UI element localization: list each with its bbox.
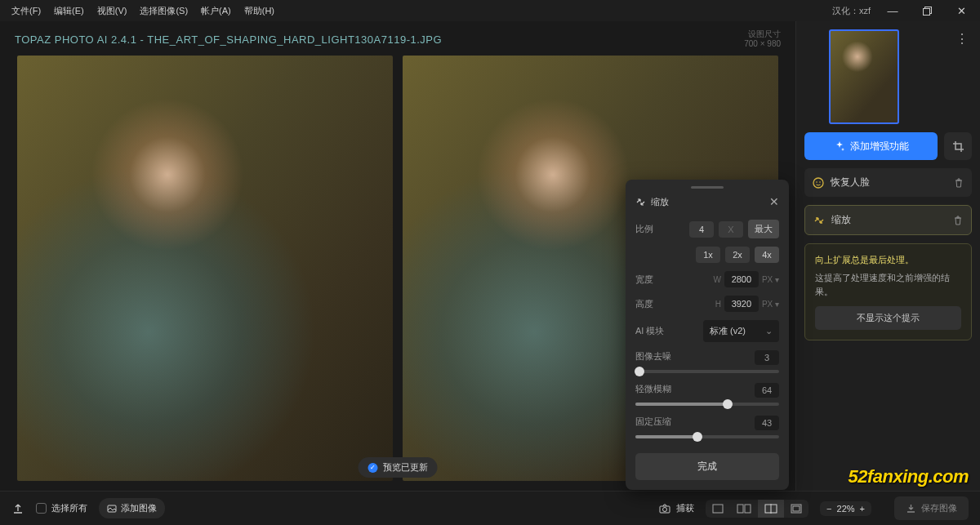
capture-button[interactable]: 捕获 bbox=[658, 502, 694, 515]
window-minimize-button[interactable]: ― bbox=[880, 1, 905, 20]
svg-rect-9 bbox=[737, 505, 743, 513]
scale-popup: 缩放 ✕ 比例 4 X 最大 1x 2x 4x 宽度 W 2800 PX ▾ 高… bbox=[626, 180, 789, 490]
more-icon[interactable]: ⋮ bbox=[952, 29, 972, 48]
add-images-button[interactable]: 添加图像 bbox=[99, 498, 165, 518]
export-icon[interactable] bbox=[11, 502, 24, 515]
window-maximize-button[interactable] bbox=[915, 1, 939, 20]
close-icon[interactable]: ✕ bbox=[769, 195, 779, 208]
select-all-checkbox[interactable]: 选择所有 bbox=[36, 502, 87, 514]
svg-point-3 bbox=[816, 181, 817, 183]
chevron-down-icon: ⌄ bbox=[765, 326, 773, 336]
bottombar: 选择所有 添加图像 捕获 − 22% + 保存图像 bbox=[0, 491, 980, 525]
ratio-max-button[interactable]: 最大 bbox=[748, 220, 779, 238]
zoom-value[interactable]: 22% bbox=[837, 504, 855, 514]
image-icon bbox=[107, 504, 117, 514]
preset-2x[interactable]: 2x bbox=[725, 247, 750, 263]
camera-icon bbox=[658, 502, 671, 515]
menu-help[interactable]: 帮助(H) bbox=[239, 2, 279, 20]
menu-select-image[interactable]: 选择图像(S) bbox=[135, 2, 193, 20]
face-icon bbox=[813, 177, 824, 189]
zoom-in-button[interactable]: + bbox=[860, 504, 865, 514]
download-icon bbox=[906, 503, 916, 514]
svg-point-7 bbox=[663, 507, 667, 511]
sidebar: ⋮ 添加增强功能 恢复人脸 缩放 向上扩展总是最后处理。 bbox=[795, 21, 980, 491]
drag-handle[interactable] bbox=[691, 186, 724, 189]
lang-credit: 汉化：xzf bbox=[832, 5, 871, 17]
slider-1-track[interactable] bbox=[635, 403, 779, 406]
done-button[interactable]: 完成 bbox=[635, 453, 779, 480]
crop-icon bbox=[952, 140, 964, 153]
view-mode-group bbox=[706, 500, 808, 518]
model-select[interactable]: 标准 (v2)⌄ bbox=[703, 320, 779, 342]
popup-title: 缩放 bbox=[651, 196, 669, 208]
save-image-button[interactable]: 保存图像 bbox=[894, 496, 969, 520]
height-input[interactable]: 3920 bbox=[724, 296, 759, 312]
menu-file[interactable]: 文件(F) bbox=[7, 2, 46, 20]
svg-point-2 bbox=[813, 178, 823, 188]
menu-account[interactable]: 帐户(A) bbox=[196, 2, 236, 20]
zoom-out-button[interactable]: − bbox=[826, 504, 831, 514]
info-box: 向上扩展总是最后处理。 这提高了处理速度和之前增强的结果。 不显示这个提示 bbox=[804, 243, 972, 340]
main-area: TOPAZ PHOTO AI 2.4.1 - THE_ART_OF_SHAPIN… bbox=[0, 21, 980, 491]
check-icon: ✓ bbox=[368, 463, 378, 473]
preset-4x[interactable]: 4x bbox=[755, 247, 779, 263]
thumbnail[interactable] bbox=[829, 29, 899, 124]
scale-icon bbox=[813, 215, 825, 226]
ratio-label: 比例 bbox=[635, 223, 684, 235]
svg-point-4 bbox=[819, 181, 821, 183]
menubar: 文件(F) 编辑(E) 视图(V) 选择图像(S) 帐户(A) 帮助(H) 汉化… bbox=[0, 0, 980, 21]
slider-1: 轻微模糊64 bbox=[635, 383, 779, 406]
before-image[interactable] bbox=[17, 56, 393, 481]
slider-2: 固定压缩43 bbox=[635, 416, 779, 438]
menu-view[interactable]: 视图(V) bbox=[92, 2, 132, 20]
sparkle-icon bbox=[834, 140, 845, 152]
view-overlay-button[interactable] bbox=[784, 500, 808, 518]
model-label: AI 模块 bbox=[635, 325, 698, 337]
svg-rect-1 bbox=[923, 8, 929, 15]
width-input[interactable]: 2800 bbox=[724, 271, 759, 287]
view-single-button[interactable] bbox=[706, 500, 730, 518]
svg-rect-8 bbox=[713, 505, 723, 513]
preview-updated-chip: ✓ 预览已更新 bbox=[359, 457, 438, 478]
crop-button[interactable] bbox=[944, 132, 972, 160]
slider-1-value[interactable]: 64 bbox=[755, 383, 779, 398]
slider-2-value[interactable]: 43 bbox=[755, 416, 779, 430]
ratio-x: X bbox=[719, 221, 743, 238]
expand-icon bbox=[635, 197, 646, 207]
svg-rect-14 bbox=[793, 506, 800, 511]
view-side-button[interactable] bbox=[730, 500, 758, 518]
trash-icon[interactable] bbox=[954, 178, 964, 188]
window-close-button[interactable]: ✕ bbox=[949, 1, 973, 20]
dismiss-hint-button[interactable]: 不显示这个提示 bbox=[815, 306, 961, 330]
info-title: 向上扩展总是最后处理。 bbox=[815, 254, 961, 266]
view-split-button[interactable] bbox=[758, 500, 784, 518]
height-label: 高度 bbox=[635, 298, 710, 310]
slider-0-value[interactable]: 3 bbox=[755, 350, 779, 365]
sidebar-item-face-restore[interactable]: 恢复人脸 bbox=[804, 168, 972, 197]
svg-rect-10 bbox=[745, 505, 751, 513]
width-label: 宽度 bbox=[635, 274, 708, 286]
slider-0-track[interactable] bbox=[635, 370, 779, 373]
ratio-value[interactable]: 4 bbox=[689, 221, 714, 238]
menu-edit[interactable]: 编辑(E) bbox=[49, 2, 89, 20]
sidebar-item-scale[interactable]: 缩放 bbox=[804, 205, 972, 235]
zoom-control: − 22% + bbox=[820, 501, 871, 516]
add-enhancement-button[interactable]: 添加增强功能 bbox=[804, 132, 938, 160]
document-title: TOPAZ PHOTO AI 2.4.1 - THE_ART_OF_SHAPIN… bbox=[15, 33, 442, 46]
slider-0: 图像去噪3 bbox=[635, 350, 779, 373]
slider-2-track[interactable] bbox=[635, 435, 779, 438]
trash-icon[interactable] bbox=[953, 216, 963, 225]
preset-1x[interactable]: 1x bbox=[696, 247, 720, 263]
dimension-info: 设图尺寸 700 × 980 bbox=[744, 29, 781, 49]
info-body: 这提高了处理速度和之前增强的结果。 bbox=[815, 271, 961, 298]
